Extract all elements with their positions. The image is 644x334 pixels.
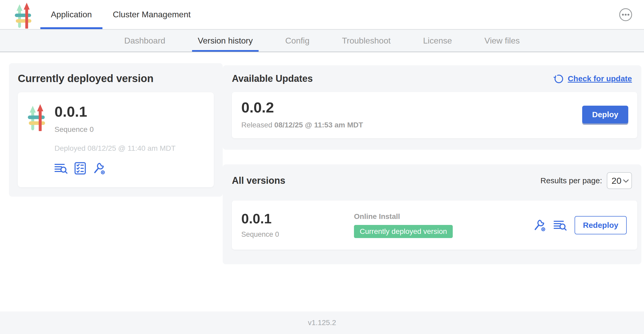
check-for-update-link[interactable]: Check for update [554, 73, 632, 84]
available-updates-section: Available Updates Check for update 0.0.2… [223, 65, 641, 150]
version-row-info: 0.0.1 Sequence 0 [241, 212, 354, 239]
refresh-icon [554, 73, 564, 84]
subnav-item-troubleshoot[interactable]: Troubleshoot [336, 30, 396, 52]
app-logo-arrows-icon [28, 104, 46, 131]
logs-icon[interactable] [54, 163, 68, 174]
ellipsis-menu-icon[interactable] [619, 8, 632, 21]
right-column: Available Updates Check for update 0.0.2… [223, 65, 641, 311]
config-wrench-icon[interactable] [93, 162, 105, 175]
version-row: 0.0.1 Sequence 0 Online Install Currentl… [232, 201, 637, 250]
row-sequence: Sequence 0 [241, 230, 354, 239]
app-subnav: Dashboard Version history Config Trouble… [0, 30, 644, 52]
released-timestamp: 08/12/25 @ 11:53 am MDT [274, 121, 363, 129]
install-type-label: Online Install [354, 212, 533, 221]
all-versions-section: All versions Results per page: 20 0 [223, 164, 641, 264]
app-logo-arrows-icon [15, 2, 32, 29]
currently-deployed-badge: Currently deployed version [354, 225, 453, 238]
all-versions-header: All versions Results per page: 20 [232, 172, 637, 189]
logs-icon[interactable] [554, 220, 567, 231]
deployed-timestamp: Deployed 08/12/25 @ 11:40 am MDT [54, 144, 176, 153]
header-tabs: Application Cluster Management [40, 0, 201, 29]
available-updates-header: Available Updates Check for update [232, 73, 637, 84]
results-per-page: Results per page: 20 [541, 172, 632, 189]
subnav-item-license[interactable]: License [417, 30, 458, 52]
app-footer: v1.125.2 [0, 311, 644, 334]
deployed-version-number: 0.0.1 [54, 104, 176, 120]
deployed-actions [54, 162, 176, 175]
subnav-item-version-history[interactable]: Version history [192, 30, 259, 52]
all-versions-title: All versions [232, 175, 285, 186]
deployed-version-card: 0.0.1 Sequence 0 Deployed 08/12/25 @ 11:… [18, 92, 214, 187]
update-version-number: 0.0.2 [241, 100, 363, 115]
header-right [619, 0, 644, 29]
main-content: Currently deployed version 0.0.1 Sequenc… [0, 52, 644, 311]
currently-deployed-title: Currently deployed version [18, 73, 214, 84]
subnav-item-config[interactable]: Config [280, 30, 315, 52]
update-card: 0.0.2 Released 08/12/25 @ 11:53 am MDT D… [232, 92, 637, 138]
deployed-sequence: Sequence 0 [54, 125, 176, 134]
console-version: v1.125.2 [308, 319, 336, 327]
version-row-status: Online Install Currently deployed versio… [354, 212, 533, 238]
app-header: Application Cluster Management [0, 0, 644, 30]
results-per-page-label: Results per page: [541, 176, 602, 185]
row-version-number: 0.0.1 [241, 212, 354, 226]
currently-deployed-panel: Currently deployed version 0.0.1 Sequenc… [9, 63, 223, 197]
deploy-button[interactable]: Deploy [582, 106, 628, 123]
released-label: Released [241, 121, 272, 129]
redeploy-button[interactable]: Redeploy [575, 216, 627, 234]
config-wrench-icon[interactable] [533, 219, 546, 231]
available-updates-title: Available Updates [232, 73, 313, 84]
update-released-line: Released 08/12/25 @ 11:53 am MDT [241, 121, 363, 129]
results-per-page-select[interactable]: 20 [607, 172, 632, 189]
deployed-version-details: 0.0.1 Sequence 0 Deployed 08/12/25 @ 11:… [54, 104, 176, 175]
preflight-checklist-icon[interactable] [74, 162, 86, 175]
tab-cluster-management[interactable]: Cluster Management [102, 0, 201, 29]
results-per-page-select-wrap: 20 [607, 172, 632, 189]
tab-application[interactable]: Application [40, 0, 102, 29]
subnav-item-view-files[interactable]: View files [479, 30, 526, 52]
update-details: 0.0.2 Released 08/12/25 @ 11:53 am MDT [241, 100, 363, 129]
check-for-update-label[interactable]: Check for update [568, 74, 632, 83]
subnav-item-dashboard[interactable]: Dashboard [118, 30, 171, 52]
version-row-actions: Redeploy [533, 216, 628, 234]
